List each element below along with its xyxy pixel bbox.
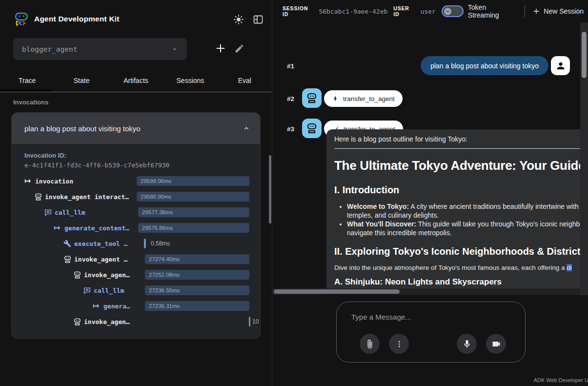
trace-row-call-llm[interactable]: call_llm 29577.38ms [12, 204, 260, 220]
trace-row-generate-content[interactable]: ↦ generate_content… 29576.86ms [12, 220, 260, 236]
message-index: #2 [287, 95, 294, 102]
divider [525, 5, 525, 17]
new-session-button[interactable]: New Session [532, 7, 584, 16]
tab-eval[interactable]: Eval [218, 69, 272, 92]
trace-row-generate-content[interactable]: ↦ genera… 27236.31ms [12, 298, 260, 314]
list-item: Welcome to Tokyo: A city where ancient t… [347, 202, 580, 220]
add-session-button[interactable] [214, 41, 229, 56]
duration-bar [249, 317, 250, 326]
video-camera-icon [491, 339, 501, 349]
tab-state[interactable]: State [54, 69, 108, 92]
toggle-knob: − [444, 8, 451, 15]
sidebar-tabs: Trace State Artifacts Sessions Eval [0, 69, 272, 92]
section-heading-2: II. Exploring Tokyo's Iconic Neighborhoo… [334, 246, 580, 257]
person-icon [555, 61, 566, 71]
attach-file-button[interactable] [360, 334, 380, 354]
clipped-subheading: A. Shinjuku: Neon Lights and Skyscrapers [334, 277, 580, 287]
horizontal-scrollbar-thumb[interactable] [274, 289, 400, 294]
horizontal-scrollbar[interactable] [272, 288, 580, 295]
trace-row-execute-tool[interactable]: execute_tool … 0.58ms [12, 236, 260, 251]
user-avatar [551, 56, 570, 75]
trace-row-call-llm[interactable]: call_llm 27236.55ms [12, 283, 260, 298]
sidebar-scrollbar[interactable] [269, 155, 271, 223]
chat-bubble-icon [44, 208, 52, 217]
section-paragraph: Dive into the unique atmosphere of Tokyo… [334, 264, 580, 271]
paperclip-icon [365, 339, 375, 349]
tab-artifacts[interactable]: Artifacts [109, 69, 163, 92]
microphone-button[interactable] [457, 334, 477, 354]
chat-bubble-icon [83, 286, 91, 295]
section-heading-1: I. Introduction [334, 184, 580, 196]
tool-call-chip[interactable]: transfer_to_agent [324, 90, 403, 107]
robot-icon [306, 92, 318, 104]
robot-icon [73, 318, 81, 326]
vertical-scrollbar-thumb[interactable] [582, 32, 587, 78]
vertical-scrollbar[interactable] [580, 22, 588, 295]
agent-response-card: Here is a blog post outline for visiting… [326, 129, 580, 289]
agent-select-dropdown[interactable]: blogger_agent [13, 38, 187, 60]
app-title: Agent Development Kit [34, 15, 120, 23]
message-list: #1 plan a blog post about visiting tokyo… [272, 22, 588, 295]
trace-row-invoke-agent[interactable]: invoke_agent interact… 29580.90ms [12, 189, 260, 204]
blog-title: The Ultimate Tokyo Adventure: Your Guide [334, 158, 580, 173]
user-id-value: user [420, 8, 435, 15]
side-panel-icon [252, 14, 265, 25]
robot-icon [34, 193, 42, 201]
robot-icon [306, 122, 318, 134]
agent-avatar [302, 88, 322, 108]
duration-bar: 29577.38ms [138, 207, 249, 217]
invocation-card-body: Invocation ID: e-4c1f41f1-fd3c-4ff6-b539… [12, 144, 260, 338]
video-camera-button[interactable] [486, 334, 506, 354]
message-input[interactable] [351, 313, 507, 321]
chevron-up-icon[interactable] [243, 124, 250, 132]
collapse-panel-button[interactable] [252, 13, 265, 26]
invocation-id-label: Invocation ID: [24, 152, 66, 159]
duration-bar: 29576.86ms [138, 223, 249, 233]
session-id-label: SESSION ID [283, 5, 315, 17]
maps-to-arrow-icon: ↦ [93, 302, 101, 310]
sidebar-header: Agent Development Kit [0, 0, 272, 31]
invocation-card: plan a blog post about visiting tokyo In… [12, 113, 260, 338]
agent-select-value: blogger_agent [22, 45, 78, 53]
trace-row-invoke-agent[interactable]: invoke_agen… 27252.08ms [12, 267, 260, 283]
duration-bar: 27252.08ms [145, 270, 249, 280]
tab-sessions[interactable]: Sessions [163, 69, 217, 92]
user-id-label: USER ID [393, 5, 416, 17]
invocation-title: plan a blog post about visiting tokyo [24, 124, 141, 133]
session-bar: SESSION ID 56bcabc1-9aee-42eb USER ID us… [272, 0, 588, 22]
invocation-card-header[interactable]: plan a blog post about visiting tokyo [12, 113, 260, 144]
edit-agent-button[interactable] [234, 42, 247, 55]
more-options-button[interactable] [389, 334, 409, 354]
invocation-id-value: e-4c1f41f1-fd3c-4ff6-b539-c7e5ebf67930 [24, 162, 169, 169]
chat-panel: SESSION ID 56bcabc1-9aee-42eb USER ID us… [272, 0, 588, 386]
robot-icon [63, 255, 72, 264]
maps-to-arrow-icon: ↦ [54, 224, 62, 232]
tab-trace[interactable]: Trace [0, 69, 54, 92]
bolt-icon [332, 95, 339, 102]
trace-row-invoke-agent[interactable]: invoke_agen… 10 [12, 314, 260, 329]
robot-icon [73, 271, 81, 279]
trace-row-invoke-agent[interactable]: invoke_agent … 27274.40ms [12, 251, 260, 267]
more-vert-icon [395, 340, 404, 348]
adk-logo-icon [14, 11, 29, 26]
invocations-heading: Invocations [13, 99, 48, 106]
duration-bar: 27236.31ms [145, 301, 249, 311]
trace-row-invocation[interactable]: ↦ invocation 29599.06ms [12, 173, 260, 189]
theme-toggle-button[interactable] [233, 13, 245, 26]
footer-note: ADK Web Developer UI [534, 377, 588, 383]
list-item: What You'll Discover: This guide will ta… [347, 220, 580, 237]
plus-icon [214, 41, 229, 55]
chevron-down-icon [171, 46, 178, 53]
duration-bar: 27274.40ms [145, 254, 249, 264]
session-id-value: 56bcabc1-9aee-42eb [319, 8, 387, 15]
text-selection: di [567, 264, 572, 271]
plus-icon [532, 7, 541, 16]
agent-avatar [302, 119, 322, 138]
duration-bar [144, 239, 146, 248]
maps-to-arrow-icon: ↦ [24, 177, 33, 185]
sidebar: Agent Development Kit blogger_agent [0, 0, 272, 386]
wrench-icon [63, 240, 72, 248]
duration-bar: 29580.90ms [137, 192, 249, 202]
token-streaming-toggle[interactable]: − [442, 5, 464, 17]
response-intro: Here is a blog post outline for visiting… [334, 135, 580, 143]
